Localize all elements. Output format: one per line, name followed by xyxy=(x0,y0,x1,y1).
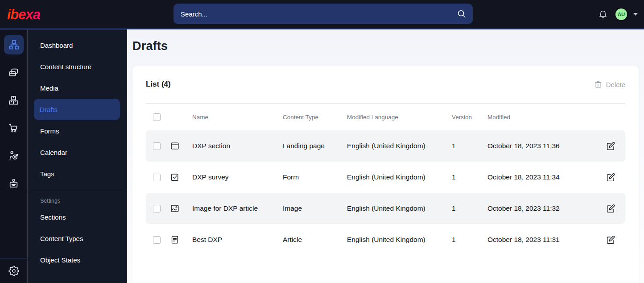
table-row[interactable]: DXP section Landing page English (United… xyxy=(146,130,625,162)
badge-icon xyxy=(8,178,19,189)
edit-icon xyxy=(606,173,615,182)
edit-draft-button[interactable] xyxy=(606,234,617,245)
rail-item-workflow-badge[interactable] xyxy=(4,173,24,193)
landing-page-icon xyxy=(170,141,180,151)
content-tree-icon xyxy=(8,39,20,50)
table-row[interactable]: DXP survey Form English (United Kingdom)… xyxy=(146,162,625,193)
sidebar-item-calendar[interactable]: Calendar xyxy=(28,142,127,163)
cell-language: English (United Kingdom) xyxy=(347,236,452,244)
cell-modified: October 18, 2023 11:36 xyxy=(487,142,597,150)
cell-name[interactable]: Image for DXP article xyxy=(192,204,283,212)
customer-audience-icon xyxy=(8,150,19,161)
settings-gear-icon[interactable] xyxy=(8,266,19,276)
settings-heading: Settings xyxy=(28,196,127,206)
app-window: ibexa AU xyxy=(0,0,644,283)
icon-rail xyxy=(0,29,28,283)
cell-name[interactable]: Best DXP xyxy=(192,236,283,244)
delete-button[interactable]: Delete xyxy=(594,80,625,89)
user-menu-chevron-down-icon[interactable] xyxy=(633,13,638,16)
product-catalog-icon xyxy=(8,95,19,106)
edit-icon xyxy=(606,204,615,213)
cell-name[interactable]: DXP survey xyxy=(192,173,283,181)
cell-name[interactable]: DXP section xyxy=(192,142,283,150)
cell-version: 1 xyxy=(452,236,487,244)
search-icon[interactable] xyxy=(457,9,466,19)
sidebar-item-content-types[interactable]: Content Types xyxy=(28,228,127,249)
cell-modified: October 18, 2023 11:32 xyxy=(487,204,597,212)
cell-language: English (United Kingdom) xyxy=(347,142,452,150)
sidebar-item-tags[interactable]: Tags xyxy=(28,163,127,184)
column-header-name: Name xyxy=(192,114,283,121)
rail-item-content-tree[interactable] xyxy=(4,35,24,54)
form-icon xyxy=(170,172,180,182)
cell-modified: October 18, 2023 11:34 xyxy=(487,173,597,181)
sidebar-item-content-structure[interactable]: Content structure xyxy=(28,56,127,77)
global-search xyxy=(173,4,473,24)
sidebar-item-sections[interactable]: Sections xyxy=(28,206,127,228)
cell-content-type: Image xyxy=(283,204,347,212)
sidebar-item-object-states[interactable]: Object States xyxy=(28,249,127,271)
list-title: List (4) xyxy=(146,80,171,89)
edit-draft-button[interactable] xyxy=(606,203,617,214)
row-checkbox[interactable] xyxy=(153,236,161,244)
settings-divider xyxy=(28,190,127,190)
user-avatar[interactable]: AU xyxy=(615,8,628,21)
edit-draft-button[interactable] xyxy=(606,172,617,183)
row-checkbox[interactable] xyxy=(153,205,161,212)
column-header-modified: Modified xyxy=(487,114,597,121)
rail-item-customer-audience[interactable] xyxy=(4,146,24,165)
notifications-bell-icon[interactable] xyxy=(599,10,607,19)
cell-language: English (United Kingdom) xyxy=(347,204,452,212)
rail-item-product-catalog[interactable] xyxy=(4,90,24,110)
sidebar-item-forms[interactable]: Forms xyxy=(28,120,127,142)
delete-button-label: Delete xyxy=(606,81,625,88)
edit-icon xyxy=(606,235,615,245)
main-content: Drafts List (4) Delete Name Content Type xyxy=(127,29,644,283)
row-checkbox[interactable] xyxy=(153,174,161,181)
cell-version: 1 xyxy=(452,142,487,150)
trash-icon xyxy=(594,80,602,89)
list-header: List (4) Delete xyxy=(146,66,625,89)
sidebar-item-drafts[interactable]: Drafts xyxy=(34,99,120,120)
drafts-table: Name Content Type Modified Language Vers… xyxy=(146,104,625,255)
search-input[interactable] xyxy=(173,10,457,18)
cell-language: English (United Kingdom) xyxy=(347,173,452,181)
table-row[interactable]: Image for DXP article Image English (Uni… xyxy=(146,193,625,224)
drafts-panel: List (4) Delete Name Content Type Modifi… xyxy=(132,66,639,283)
select-all-checkbox[interactable] xyxy=(153,113,161,121)
cell-content-type: Article xyxy=(283,236,347,244)
content-cards-icon xyxy=(8,67,19,78)
edit-icon xyxy=(606,142,615,151)
rail-item-commerce[interactable] xyxy=(4,118,24,137)
avatar-initials: AU xyxy=(615,8,627,20)
edit-draft-button[interactable] xyxy=(606,141,617,151)
column-header-modified-language: Modified Language xyxy=(347,114,452,121)
sidebar-menu: Dashboard Content structure Media Drafts… xyxy=(28,29,127,283)
rail-item-content[interactable] xyxy=(4,62,24,82)
table-header-row: Name Content Type Modified Language Vers… xyxy=(146,104,625,130)
ibexa-logo[interactable]: ibexa xyxy=(7,8,40,21)
cell-content-type: Form xyxy=(283,173,347,181)
table-row[interactable]: Best DXP Article English (United Kingdom… xyxy=(146,224,625,255)
column-header-version: Version xyxy=(452,114,487,121)
cell-version: 1 xyxy=(452,204,487,212)
page-title: Drafts xyxy=(132,39,639,53)
column-header-content-type: Content Type xyxy=(283,114,347,121)
article-icon xyxy=(170,235,180,245)
top-bar: ibexa AU xyxy=(0,0,644,29)
top-bar-right: AU xyxy=(599,8,644,21)
rail-bottom-section xyxy=(0,258,28,283)
sidebar-item-media[interactable]: Media xyxy=(28,77,127,99)
image-icon xyxy=(170,204,180,213)
cell-modified: October 18, 2023 11:31 xyxy=(487,236,597,244)
cell-version: 1 xyxy=(452,173,487,181)
sidebar-item-dashboard[interactable]: Dashboard xyxy=(28,34,127,56)
cell-content-type: Landing page xyxy=(283,142,347,150)
row-checkbox[interactable] xyxy=(153,142,161,150)
commerce-cart-icon xyxy=(8,122,19,133)
